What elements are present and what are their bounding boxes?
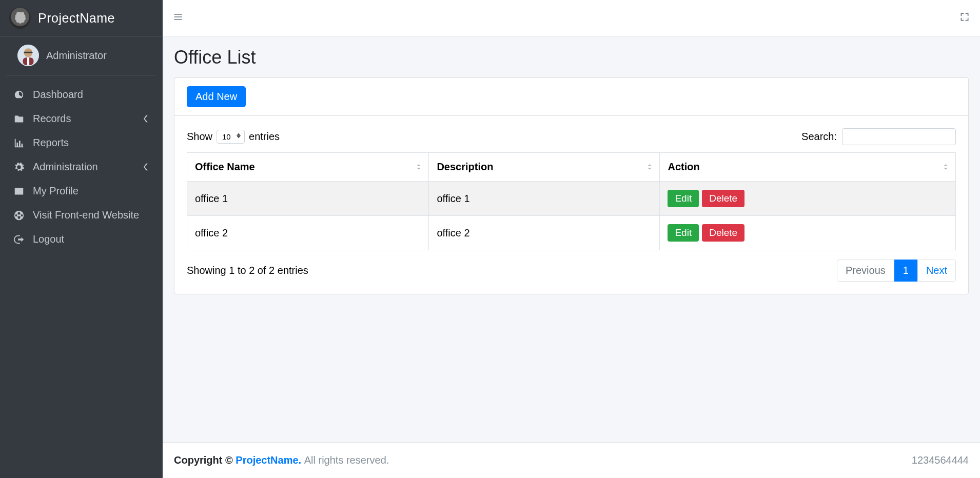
- globe-icon: [12, 210, 26, 221]
- svg-rect-3: [27, 57, 29, 65]
- sort-icon: [415, 161, 422, 173]
- folder-icon: [12, 113, 26, 125]
- sort-icon: [942, 161, 949, 173]
- bars-icon: [173, 12, 183, 22]
- data-table: Office NameDescriptionAction office 1off…: [187, 152, 956, 250]
- card-body: Show 10 entries Search: Offic: [174, 116, 968, 294]
- footer: Copyright © ProjectName. All rights rese…: [163, 442, 980, 478]
- sidebar-nav: DashboardRecordsReportsAdministrationMy …: [0, 75, 163, 258]
- chevron-left-icon: [143, 161, 148, 173]
- page-title: Office List: [174, 47, 969, 68]
- cell-description: office 2: [429, 216, 660, 250]
- pagination-next[interactable]: Next: [917, 260, 956, 282]
- cogs-icon: [12, 162, 26, 173]
- length-select[interactable]: 10: [217, 130, 245, 144]
- edit-button[interactable]: Edit: [668, 224, 699, 242]
- chart-bar-icon: [12, 137, 26, 149]
- avatar: [17, 45, 39, 66]
- pagination-page-1[interactable]: 1: [894, 260, 917, 282]
- search-input[interactable]: [842, 128, 956, 145]
- pagination: Previous 1 Next: [837, 260, 956, 282]
- brand-logo: [9, 7, 31, 29]
- column-description[interactable]: Description: [429, 153, 660, 182]
- sidebar-item-administration[interactable]: Administration: [5, 155, 158, 179]
- delete-button[interactable]: Delete: [702, 190, 744, 207]
- sidebar-item-reports[interactable]: Reports: [5, 131, 158, 155]
- pagination-previous[interactable]: Previous: [837, 260, 894, 282]
- tachometer-icon: [12, 89, 26, 101]
- card: Add New Show 10 entries Search:: [174, 77, 969, 294]
- sidebar-item-label: Visit Front-end Website: [33, 209, 139, 221]
- add-new-button[interactable]: Add New: [187, 86, 246, 107]
- brand-name: ProjectName: [38, 11, 115, 26]
- footer-version: 1234564444: [912, 454, 969, 466]
- table-length: Show 10 entries: [187, 130, 280, 144]
- cell-office-name: office 2: [187, 216, 429, 250]
- user-role[interactable]: Administrator: [46, 50, 107, 62]
- footer-project-link[interactable]: ProjectName.: [236, 454, 301, 466]
- length-prefix: Show: [187, 131, 212, 143]
- brain-icon: [13, 11, 27, 25]
- table-info: Showing 1 to 2 of 2 entries: [187, 265, 308, 276]
- toggle-sidebar-button[interactable]: [173, 12, 183, 25]
- sidebar-item-label: Logout: [33, 233, 64, 245]
- table-row: office 2office 2EditDelete: [187, 216, 956, 250]
- sidebar: ProjectName Administrator DashboardRecor…: [0, 0, 163, 478]
- sidebar-item-visit-front-end-website[interactable]: Visit Front-end Website: [5, 203, 158, 227]
- table-row: office 1office 1EditDelete: [187, 182, 956, 216]
- svg-rect-4: [24, 52, 33, 53]
- id-card-icon: [12, 186, 26, 197]
- column-action[interactable]: Action: [660, 153, 956, 182]
- chevron-left-icon: [143, 113, 148, 125]
- sign-out-icon: [12, 234, 26, 245]
- sidebar-item-logout[interactable]: Logout: [5, 227, 158, 251]
- cell-office-name: office 1: [187, 182, 429, 216]
- cell-description: office 1: [429, 182, 660, 216]
- length-suffix: entries: [249, 131, 280, 143]
- table-search: Search:: [801, 128, 956, 145]
- cell-action: EditDelete: [660, 216, 956, 250]
- sidebar-item-label: Records: [33, 113, 71, 125]
- topbar: [163, 0, 980, 36]
- card-header: Add New: [174, 78, 968, 116]
- edit-button[interactable]: Edit: [668, 190, 699, 207]
- cell-action: EditDelete: [660, 182, 956, 216]
- footer-rights: All rights reserved.: [304, 454, 389, 466]
- sidebar-item-my-profile[interactable]: My Profile: [5, 179, 158, 203]
- sidebar-item-label: Dashboard: [33, 89, 83, 101]
- fullscreen-button[interactable]: [959, 12, 970, 25]
- sort-icon: [646, 161, 653, 173]
- sidebar-item-label: My Profile: [33, 185, 79, 197]
- brand[interactable]: ProjectName: [0, 0, 163, 36]
- sidebar-item-records[interactable]: Records: [5, 107, 158, 131]
- sidebar-item-label: Administration: [33, 161, 98, 173]
- expand-icon: [959, 12, 970, 22]
- column-office-name[interactable]: Office Name: [187, 153, 429, 182]
- copyright-prefix: Copyright ©: [174, 454, 233, 466]
- user-panel: Administrator: [6, 36, 156, 75]
- delete-button[interactable]: Delete: [702, 224, 744, 242]
- content: Office List Add New Show 10 entries: [163, 36, 980, 442]
- sidebar-item-label: Reports: [33, 137, 69, 149]
- sidebar-item-dashboard[interactable]: Dashboard: [5, 83, 158, 107]
- search-label: Search:: [801, 131, 837, 143]
